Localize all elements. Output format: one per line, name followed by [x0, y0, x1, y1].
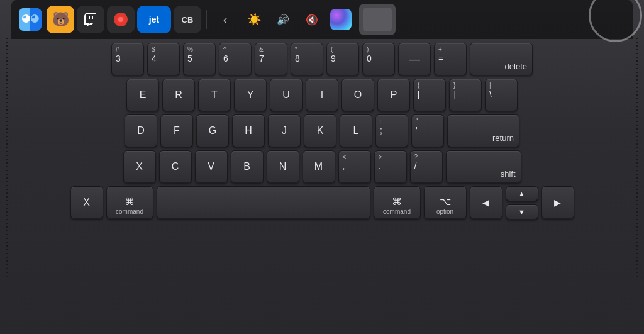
number-row: # 3 $ 4 % 5 ^ 6 & 7 * 8 — [11, 43, 633, 75]
key-9[interactable]: ( 9 — [326, 43, 359, 75]
bottom-row: X ⌘ command ⌘ command ⌥ option ◀ — [11, 186, 633, 220]
key-equals[interactable]: + = — [434, 43, 467, 75]
key-t[interactable]: T — [198, 79, 231, 111]
key-open-bracket[interactable]: { [ — [413, 79, 446, 111]
key-6[interactable]: ^ 6 — [219, 43, 252, 75]
key-backslash[interactable]: | \ — [485, 79, 518, 111]
touch-bar: ◕ ◕ 🐻 jet CB ‹ ☀ — [11, 0, 633, 39]
key-option[interactable]: ⌥ option — [424, 186, 467, 219]
key-i[interactable]: I — [306, 79, 338, 111]
tb-siri[interactable] — [328, 6, 354, 33]
key-comma[interactable]: < , — [338, 150, 371, 183]
key-f[interactable]: F — [160, 114, 193, 147]
key-v[interactable]: V — [195, 150, 228, 183]
key-d[interactable]: D — [125, 114, 157, 147]
key-o[interactable]: O — [341, 79, 374, 111]
tb-volume[interactable]: 🔊 — [270, 6, 296, 33]
key-g[interactable]: G — [196, 114, 229, 147]
key-u[interactable]: U — [270, 79, 303, 111]
key-left-cmd[interactable]: ⌘ command — [106, 186, 153, 219]
key-arrow-left[interactable]: ◀ — [470, 186, 502, 219]
key-5[interactable]: % 5 — [183, 43, 216, 75]
key-b[interactable]: B — [231, 150, 264, 183]
key-left-x[interactable]: X — [70, 186, 103, 219]
arrow-up-down-stack: ▲ ▼ — [506, 186, 538, 220]
speaker-left — [3, 38, 11, 277]
key-y[interactable]: Y — [234, 79, 267, 111]
key-c[interactable]: C — [159, 150, 192, 183]
key-3[interactable]: # 3 — [111, 43, 144, 75]
key-p[interactable]: P — [377, 79, 410, 111]
key-close-bracket[interactable]: } ] — [449, 79, 482, 111]
tb-app-screenium[interactable] — [107, 6, 135, 33]
tb-app-jet[interactable]: jet — [137, 6, 171, 33]
tb-app-twitch[interactable] — [77, 6, 104, 33]
key-arrow-up[interactable]: ▲ — [506, 186, 538, 201]
touch-id-circle — [589, 0, 642, 42]
key-k[interactable]: K — [304, 114, 336, 147]
keyboard-body: # 3 $ 4 % 5 ^ 6 & 7 * 8 — [11, 43, 633, 334]
power-button-area[interactable] — [359, 4, 396, 35]
tb-app-finder[interactable]: ◕ ◕ — [16, 6, 44, 33]
key-return[interactable]: return — [447, 114, 519, 147]
key-m[interactable]: M — [303, 150, 335, 183]
key-j[interactable]: J — [268, 114, 301, 147]
tb-brightness[interactable]: ☀️ — [241, 6, 267, 33]
key-0[interactable]: ) 0 — [362, 43, 395, 75]
key-4[interactable]: $ 4 — [147, 43, 180, 75]
speaker-right — [633, 38, 641, 277]
tb-app-codeshot[interactable]: CB — [174, 6, 201, 33]
key-x[interactable]: X — [123, 150, 156, 183]
key-semicolon[interactable]: : ; — [375, 114, 408, 147]
key-h[interactable]: H — [232, 114, 265, 147]
key-period[interactable]: > . — [374, 150, 407, 183]
keyboard-wrapper: ◕ ◕ 🐻 jet CB ‹ ☀ — [0, 0, 644, 334]
tb-mute[interactable]: 🔇 — [299, 6, 325, 33]
key-slash[interactable]: ? / — [410, 150, 443, 183]
key-right-shift[interactable]: shift — [446, 150, 521, 183]
key-n[interactable]: N — [267, 150, 299, 183]
key-delete[interactable]: delete — [470, 43, 533, 75]
key-quote[interactable]: " ' — [411, 114, 444, 147]
key-minus[interactable]: — — [398, 43, 431, 75]
key-arrow-right[interactable]: ▶ — [541, 186, 574, 219]
key-space[interactable] — [157, 186, 370, 219]
tb-app-bear[interactable]: 🐻 — [47, 6, 74, 33]
tb-separator-1 — [206, 10, 207, 29]
key-r[interactable]: R — [162, 79, 195, 111]
zxcv-row: X C V B N M < , > . — [11, 150, 633, 183]
qwerty-row: E R T Y U I O P { — [11, 79, 633, 111]
tb-brightness-down[interactable]: ‹ — [212, 6, 238, 33]
key-e[interactable]: E — [126, 79, 159, 111]
key-l[interactable]: L — [340, 114, 372, 147]
key-7[interactable]: & 7 — [255, 43, 287, 75]
key-arrow-down[interactable]: ▼ — [506, 204, 538, 220]
key-right-cmd[interactable]: ⌘ command — [374, 186, 421, 219]
key-8[interactable]: * 8 — [291, 43, 323, 75]
asdf-row: D F G H J K L : ; — [11, 114, 633, 147]
